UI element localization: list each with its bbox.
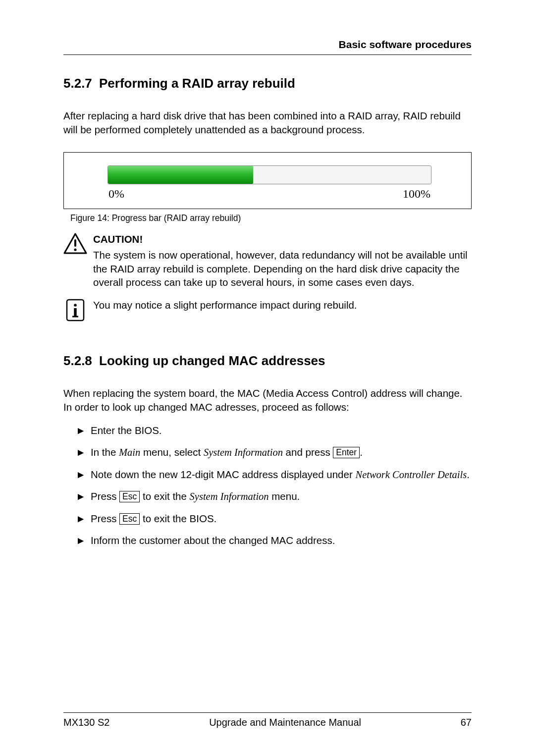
list-item: ► Note down the new 12-digit MAC address… xyxy=(76,468,472,482)
menu-name: System Information xyxy=(190,491,269,502)
text: to exit the BIOS. xyxy=(140,513,216,524)
page-footer: MX130 S2 Upgrade and Maintenance Manual … xyxy=(63,712,472,728)
triangle-bullet-icon: ► xyxy=(76,424,91,437)
figure-caption: Figure 14: Progress bar (RAID array rebu… xyxy=(70,213,472,223)
section-528-intro: When replacing the system board, the MAC… xyxy=(63,386,472,414)
page-header-title: Basic software procedures xyxy=(63,39,472,51)
step-text: Press Esc to exit the System Information… xyxy=(91,489,472,504)
section-title: Performing a RAID array rebuild xyxy=(99,76,295,91)
menu-item: System Information xyxy=(204,447,283,458)
footer-model: MX130 S2 xyxy=(63,717,109,728)
step-text: Note down the new 12-digit MAC address d… xyxy=(91,468,472,482)
footer-page-number: 67 xyxy=(461,717,472,728)
step-text: Enter the BIOS. xyxy=(91,424,472,437)
menu-name: Main xyxy=(119,447,140,458)
text: and press xyxy=(283,446,333,458)
svg-rect-6 xyxy=(72,316,78,318)
text: Press xyxy=(91,490,119,502)
progress-left-label: 0% xyxy=(108,187,124,201)
section-number: 5.2.7 xyxy=(63,76,99,91)
list-item: ► In the Main menu, select System Inform… xyxy=(76,445,472,460)
svg-rect-1 xyxy=(74,239,76,247)
caution-callout: CAUTION! The system is now operational, … xyxy=(63,232,472,289)
text: menu. xyxy=(269,490,300,502)
caution-icon xyxy=(63,232,93,259)
svg-point-4 xyxy=(74,304,77,307)
caution-content: CAUTION! The system is now operational, … xyxy=(93,232,472,289)
list-item: ► Enter the BIOS. xyxy=(76,424,472,437)
triangle-bullet-icon: ► xyxy=(76,468,91,482)
text: . xyxy=(467,469,470,480)
text: Press xyxy=(91,513,119,524)
info-callout: You may notice a slight performance impa… xyxy=(63,298,472,324)
text: menu, select xyxy=(140,446,204,458)
step-text: Press Esc to exit the BIOS. xyxy=(91,512,472,526)
svg-point-2 xyxy=(74,249,76,251)
triangle-bullet-icon: ► xyxy=(76,512,91,526)
progress-figure: 0% 100% xyxy=(63,152,472,209)
list-item: ► Inform the customer about the changed … xyxy=(76,534,472,547)
triangle-bullet-icon: ► xyxy=(76,534,91,547)
triangle-bullet-icon: ► xyxy=(76,489,91,504)
footer-manual-title: Upgrade and Maintenance Manual xyxy=(109,717,460,728)
info-text: You may notice a slight performance impa… xyxy=(93,298,472,312)
step-text: Inform the customer about the changed MA… xyxy=(91,534,472,547)
caution-text: The system is now operational, however, … xyxy=(93,249,468,288)
progress-fill xyxy=(108,166,253,184)
header-rule xyxy=(63,54,472,55)
text: to exit the xyxy=(140,490,189,502)
list-item: ► Press Esc to exit the BIOS. xyxy=(76,512,472,526)
triangle-bullet-icon: ► xyxy=(76,445,91,460)
text: Note down the new 12-digit MAC address d… xyxy=(91,469,355,480)
step-text: In the Main menu, select System Informat… xyxy=(91,445,472,460)
field-name: Network Controller Details xyxy=(355,469,467,480)
info-icon xyxy=(63,298,93,324)
section-528-heading: 5.2.8 Looking up changed MAC addresses xyxy=(63,353,472,369)
esc-key: Esc xyxy=(119,513,140,525)
footer-rule xyxy=(63,712,472,713)
enter-key: Enter xyxy=(333,447,360,458)
text: In the xyxy=(91,446,119,458)
caution-label: CAUTION! xyxy=(93,232,472,246)
section-527-heading: 5.2.7 Performing a RAID array rebuild xyxy=(63,76,472,91)
progress-labels: 0% 100% xyxy=(107,187,431,201)
progress-right-label: 100% xyxy=(403,187,430,201)
text: . xyxy=(360,446,363,458)
svg-rect-5 xyxy=(74,308,76,317)
esc-key: Esc xyxy=(119,491,140,502)
list-item: ► Press Esc to exit the System Informati… xyxy=(76,489,472,504)
progress-bar xyxy=(107,165,431,184)
section-title: Looking up changed MAC addresses xyxy=(99,353,325,369)
step-list: ► Enter the BIOS. ► In the Main menu, se… xyxy=(63,424,472,547)
section-527-intro: After replacing a hard disk drive that h… xyxy=(63,109,472,136)
section-number: 5.2.8 xyxy=(63,353,99,369)
